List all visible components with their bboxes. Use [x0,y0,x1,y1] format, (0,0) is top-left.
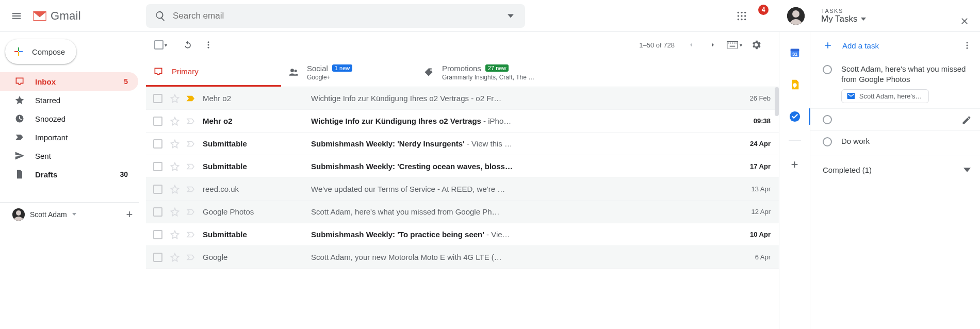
star-icon[interactable] [170,93,180,104]
star-icon[interactable] [170,229,180,240]
email-row[interactable]: Submittable Submishmash Weekly: 'Nerdy I… [146,133,779,155]
tab-primary[interactable]: Primary [146,58,281,87]
row-checkbox[interactable] [153,207,162,217]
star-icon[interactable] [170,184,180,194]
star-icon[interactable] [170,116,180,126]
row-checkbox[interactable] [153,117,162,126]
email-date: 13 Apr [727,185,771,193]
row-checkbox[interactable] [153,139,162,149]
row-checkbox[interactable] [153,162,162,171]
task-complete-toggle[interactable] [823,137,832,146]
keep-addon-button[interactable] [785,74,805,95]
task-item[interactable] [810,109,980,131]
task-item[interactable]: Do work [810,131,980,152]
row-checkbox[interactable] [153,94,162,103]
email-row[interactable]: Google Photos Scott Adam, here's what yo… [146,201,779,223]
add-task-button[interactable]: Add a task [810,32,980,59]
tasks-more-button[interactable] [962,41,972,50]
importance-marker[interactable] [186,139,195,149]
send-icon [14,151,25,161]
sidebar-item-inbox[interactable]: Inbox 5 [0,72,138,91]
row-checkbox[interactable] [153,185,162,194]
importance-marker[interactable] [186,207,195,217]
more-button[interactable] [198,35,219,55]
email-row[interactable]: Mehr o2 Wichtige Info zur Kündigung Ihre… [146,87,779,110]
importance-marker[interactable] [186,117,195,126]
prev-page-button[interactable] [681,35,701,55]
sidebar-item-snoozed[interactable]: Snoozed [0,109,138,128]
svg-point-26 [430,70,432,71]
hangouts-footer: Scott Adam + [0,202,139,226]
svg-point-25 [295,70,297,72]
tab-badge: 27 new [485,64,509,72]
settings-button[interactable] [746,35,766,55]
calendar-addon-button[interactable]: 31 [785,42,805,63]
task-item[interactable]: Scott Adam, here's what you missed from … [810,59,980,109]
star-icon[interactable] [170,207,180,217]
gmail-logo[interactable]: Gmail [32,9,81,23]
importance-marker[interactable] [186,162,195,171]
search-options-button[interactable] [500,6,521,26]
star-icon[interactable] [170,161,180,172]
scrollbar-thumb[interactable] [775,87,779,116]
sidebar-item-sent[interactable]: Sent [0,146,138,165]
menu-button[interactable] [4,4,29,28]
svg-point-35 [967,47,968,49]
completed-section[interactable]: Completed (1) [810,156,980,184]
importance-marker[interactable] [186,253,195,262]
plus-icon [823,40,833,51]
sidebar-item-count: 30 [120,170,128,178]
search-input[interactable] [171,11,500,21]
refresh-button[interactable] [177,35,198,55]
task-email-chip[interactable]: Scott Adam, here's … [841,89,929,104]
email-row[interactable]: Google Scott Adam, your new Motorola Mot… [146,246,779,269]
importance-marker[interactable] [186,185,195,194]
importance-marker[interactable] [186,94,195,103]
tab-promotions[interactable]: Promotions27 newGrammarly Insights, Craf… [416,58,551,87]
chevron-left-icon [687,41,695,49]
row-checkbox[interactable] [153,230,162,239]
hangouts-avatar[interactable] [12,208,25,221]
svg-rect-23 [730,46,736,47]
next-page-button[interactable] [703,35,723,55]
notifications-button[interactable]: 4 [759,6,780,26]
tab-label: Social [307,64,328,73]
svg-rect-22 [736,43,737,44]
plus-icon: + [791,157,798,172]
mail-toolbar: ▾ 1–50 of 728 ▾ [146,32,779,58]
close-icon [959,16,970,26]
input-tools-button[interactable]: ▾ [724,35,745,55]
edit-task-button[interactable] [961,115,972,125]
email-row[interactable]: Mehr o2 Wichtige Info zur Kündigung Ihre… [146,110,779,133]
tab-social[interactable]: Social1 newGoogle+ [281,58,416,87]
sidebar-item-starred[interactable]: Starred [0,91,138,109]
sidebar-item-label: Starred [35,96,60,105]
tasks-close-button[interactable] [959,16,970,26]
account-avatar[interactable] [787,7,805,25]
star-icon[interactable] [170,252,180,262]
search-icon[interactable] [150,6,171,26]
email-subject: Scott Adam, your new Motorola Moto E wit… [311,253,727,261]
sidebar-item-important[interactable]: Important [0,128,138,146]
row-checkbox[interactable] [153,253,162,262]
task-complete-toggle[interactable] [823,65,832,74]
hangouts-new-button[interactable]: + [120,208,139,221]
kebab-icon [962,41,972,50]
addon-rail: 31 + [779,32,810,329]
email-date: 12 Apr [727,208,771,216]
select-all-checkbox[interactable]: ▾ [154,40,167,50]
tasks-list-picker[interactable]: My Tasks [821,14,866,24]
task-complete-toggle[interactable] [823,115,832,124]
search-bar[interactable] [146,4,525,28]
email-row[interactable]: reed.co.uk We've updated our Terms of Se… [146,178,779,201]
star-icon[interactable] [170,139,180,149]
email-row[interactable]: Submittable Submishmash Weekly: 'Crestin… [146,155,779,178]
gmail-icon [32,10,47,22]
get-addons-button[interactable]: + [785,154,805,175]
sidebar-item-drafts[interactable]: Drafts 30 [0,165,138,184]
google-apps-button[interactable] [731,6,752,26]
importance-marker[interactable] [186,230,195,239]
tasks-addon-button[interactable] [785,106,805,127]
email-row[interactable]: Submittable Submishmash Weekly: 'To prac… [146,223,779,246]
compose-button[interactable]: Compose [5,39,76,64]
